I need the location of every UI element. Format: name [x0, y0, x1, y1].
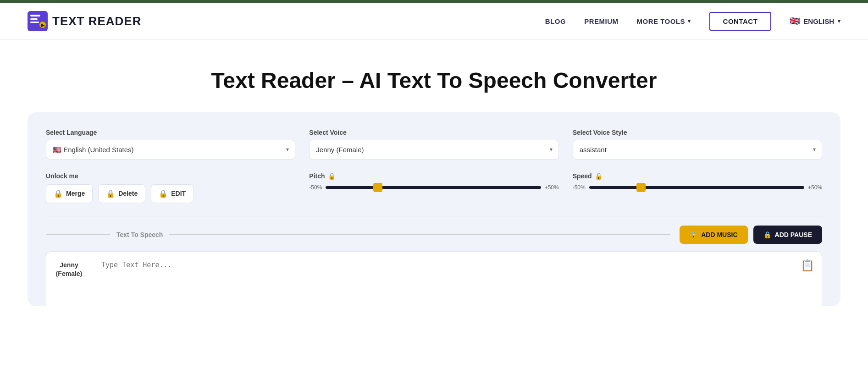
voice-style-select[interactable]: assistant chat customerservice newscast … [573, 140, 822, 160]
speed-thumb[interactable] [636, 183, 646, 192]
language-select-wrapper: 🇺🇸 English (United States) 🇬🇧 English (U… [46, 140, 295, 160]
voice-group: Select Voice Jenny (Female) Guy (Male) A… [309, 129, 558, 160]
voice-style-label: Select Voice Style [573, 129, 822, 136]
tts-left-divider [46, 234, 110, 235]
pitch-track[interactable] [326, 186, 541, 189]
hero-title: Text Reader – AI Text To Speech Converte… [9, 67, 859, 94]
language-selector[interactable]: 🇬🇧 ENGLISH ▾ [790, 16, 840, 26]
add-pause-button[interactable]: 🔒 ADD PAUSE [753, 226, 822, 244]
speed-lock-icon: 🔒 [595, 172, 603, 180]
svg-text:▶: ▶ [41, 23, 45, 28]
pitch-group: Pitch 🔒 -50% +50% [309, 172, 558, 191]
controls-row: Select Language 🇺🇸 English (United State… [46, 129, 822, 160]
tts-right-divider [169, 234, 670, 235]
edit-lock-icon: 🔒 [159, 189, 168, 198]
speed-track[interactable] [589, 186, 804, 189]
merge-button[interactable]: 🔒 Merge [46, 184, 93, 203]
language-group: Select Language 🇺🇸 English (United State… [46, 129, 295, 160]
speed-max: +50% [808, 184, 822, 191]
pitch-lock-icon: 🔒 [328, 172, 336, 180]
unlock-row: Unlock me 🔒 Merge 🔒 Delete 🔒 EDIT Pitc [46, 172, 822, 203]
logo-text: TEXT READER [52, 14, 141, 28]
main-card: Select Language 🇺🇸 English (United State… [28, 112, 840, 306]
speed-label: Speed 🔒 [573, 172, 822, 180]
voice-style-select-wrapper: assistant chat customerservice newscast … [573, 140, 822, 160]
pitch-label: Pitch 🔒 [309, 172, 558, 180]
svg-rect-2 [30, 18, 38, 20]
logo-icon: ▶ [28, 11, 48, 31]
voice-tag: Jenny(Female) [46, 252, 92, 306]
language-label: Select Language [46, 129, 295, 136]
merge-lock-icon: 🔒 [54, 189, 63, 198]
delete-lock-icon: 🔒 [106, 189, 115, 198]
speed-slider-container: -50% +50% [573, 184, 822, 191]
tts-header: Text To Speech 🔒 ADD MUSIC 🔒 ADD PAUSE [46, 226, 822, 244]
pitch-thumb[interactable] [373, 183, 382, 192]
add-pause-lock-icon: 🔒 [763, 231, 771, 238]
delete-button[interactable]: 🔒 Delete [98, 184, 145, 203]
unlock-group: Unlock me 🔒 Merge 🔒 Delete 🔒 EDIT [46, 172, 295, 203]
contact-button[interactable]: CONTACT [709, 12, 772, 31]
lang-chevron-icon: ▾ [838, 18, 840, 24]
nav-blog[interactable]: BLOG [545, 17, 566, 25]
pitch-min: -50% [309, 184, 322, 191]
add-music-button[interactable]: 🔒 ADD MUSIC [680, 226, 747, 244]
text-input[interactable] [92, 252, 793, 306]
hero-section: Text Reader – AI Text To Speech Converte… [0, 40, 868, 112]
svg-rect-0 [28, 11, 48, 31]
nav: BLOG PREMIUM MORE TOOLS ▾ CONTACT 🇬🇧 ENG… [545, 12, 840, 31]
speed-group: Speed 🔒 -50% +50% [573, 172, 822, 191]
voice-label: Select Voice [309, 129, 558, 136]
header: ▶ TEXT READER BLOG PREMIUM MORE TOOLS ▾ … [0, 3, 868, 40]
voice-select[interactable]: Jenny (Female) Guy (Male) Aria (Female) … [309, 140, 558, 160]
edit-button[interactable]: 🔒 EDIT [151, 184, 194, 203]
svg-rect-1 [30, 15, 40, 17]
unlock-buttons: 🔒 Merge 🔒 Delete 🔒 EDIT [46, 184, 295, 203]
tts-section: Text To Speech 🔒 ADD MUSIC 🔒 ADD PAUSE J… [46, 216, 822, 306]
voice-style-group: Select Voice Style assistant chat custom… [573, 129, 822, 160]
tts-title: Text To Speech [110, 231, 169, 238]
voice-select-wrapper: Jenny (Female) Guy (Male) Aria (Female) … [309, 140, 558, 160]
flag-icon: 🇬🇧 [790, 16, 800, 26]
text-input-row: Jenny(Female) 📋 [46, 251, 822, 306]
logo-link[interactable]: ▶ TEXT READER [28, 11, 141, 31]
speed-min: -50% [573, 184, 586, 191]
unlock-label: Unlock me [46, 172, 295, 180]
add-music-lock-icon: 🔒 [690, 231, 697, 238]
pitch-max: +50% [545, 184, 559, 191]
pitch-slider-container: -50% +50% [309, 184, 558, 191]
tts-actions: 🔒 ADD MUSIC 🔒 ADD PAUSE [680, 226, 822, 244]
chevron-down-icon: ▾ [688, 18, 691, 24]
tts-title-line: Text To Speech [46, 231, 670, 238]
nav-premium[interactable]: PREMIUM [584, 17, 618, 25]
nav-more-tools[interactable]: MORE TOOLS ▾ [637, 17, 691, 25]
copy-icon[interactable]: 📋 [801, 259, 814, 272]
svg-rect-3 [30, 22, 39, 23]
language-select[interactable]: 🇺🇸 English (United States) 🇬🇧 English (U… [46, 140, 295, 160]
copy-icon-area: 📋 [793, 252, 822, 306]
